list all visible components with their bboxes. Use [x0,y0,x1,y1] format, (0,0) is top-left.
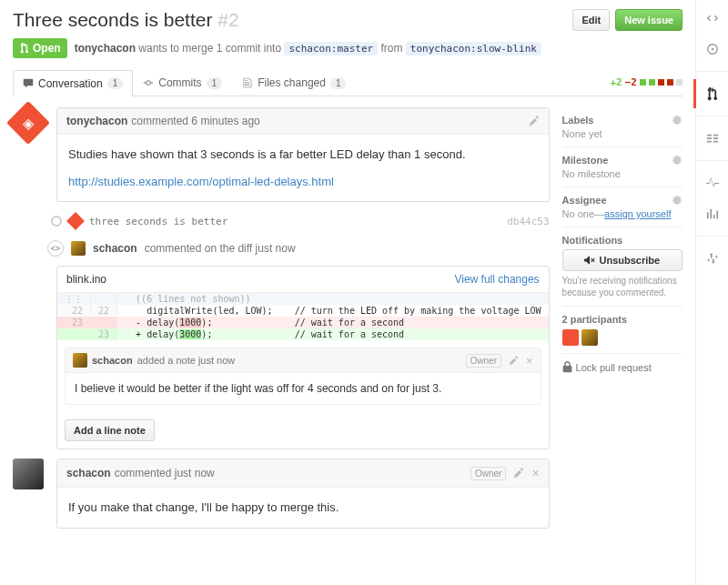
pencil-icon[interactable] [529,116,540,126]
new-issue-button[interactable]: New issue [615,9,682,31]
commit-event: three seconds is better db44c53 [56,211,550,231]
diff-stat: +2 −2 [611,76,683,88]
body-link[interactable]: http://studies.example.com/optimal-led-d… [68,175,334,188]
file-icon [242,77,253,88]
participant-avatar[interactable] [581,329,598,346]
commit-icon [143,77,154,88]
lock-pr-link[interactable]: Lock pull request [562,354,682,373]
base-branch: schacon:master [284,42,378,55]
commit-avatar [66,212,85,230]
pencil-icon[interactable] [509,356,519,366]
code-icon: <> [47,240,64,257]
state-badge: Open [13,38,67,58]
milestone-value: No milestone [562,168,682,179]
avatar [71,241,86,256]
mute-icon [584,255,595,266]
inline-review-note: schacon added a note just now Owner × I … [65,348,541,405]
milestone-heading: Milestone [562,155,682,166]
ribbon-pulse[interactable] [703,174,722,192]
diff-line[interactable]: 23 - delay(1000); // wait for a second [57,317,549,328]
labels-heading: Labels [562,115,682,126]
gear-icon[interactable] [672,195,682,206]
edit-button[interactable]: Edit [572,9,610,31]
reply-comment: schacon commented just now Owner × If yo… [56,459,550,529]
notification-reason: You're receiving notifications because y… [562,275,682,298]
ribbon-issues[interactable] [703,40,722,58]
issue-title: Three seconds is better #2 [13,9,239,31]
lock-icon [562,361,572,373]
participants-heading: 2 participants [562,314,682,325]
diff-box: blink.ino View full changes ⋮⋮ ((6 lines… [56,266,550,449]
close-icon[interactable]: × [531,466,539,480]
owner-badge: Owner [470,467,506,480]
assignee-heading: Assignee [562,195,682,206]
notifications-heading: Notifications [562,235,682,246]
commit-sha[interactable]: db44c53 [507,216,549,227]
unsubscribe-button[interactable]: Unsubscribe [562,249,682,271]
gear-icon[interactable] [672,115,682,126]
pr-meta: Open tonychacon wants to merge 1 commit … [13,38,682,58]
assignee-value: No one—assign yourself [562,208,682,219]
commit-message[interactable]: three seconds is better [89,216,228,227]
close-icon[interactable]: × [526,354,533,368]
ribbon-code[interactable] [703,9,722,27]
tab-files[interactable]: Files changed1 [232,69,356,96]
ribbon-graphs[interactable] [703,205,722,223]
comment-author[interactable]: tonychacon [66,115,127,127]
comment-author[interactable]: schacon [66,467,111,479]
tab-conversation[interactable]: Conversation1 [13,70,133,96]
participant-avatar[interactable] [562,329,579,346]
diff-filename: blink.ino [66,273,106,286]
comment-icon [23,78,34,89]
ribbon-pr[interactable] [703,85,722,103]
head-branch: tonychacon:slow-blink [406,42,541,55]
tab-commits[interactable]: Commits1 [133,69,232,96]
avatar: ◈ [6,101,50,145]
pencil-icon[interactable] [513,468,524,479]
ribbon-settings[interactable] [703,249,722,267]
commit-dot-icon [51,216,62,227]
ribbon-wiki[interactable] [703,129,722,147]
owner-badge: Owner [466,354,501,368]
avatar [13,459,44,489]
gear-icon[interactable] [672,155,682,166]
diff-line[interactable]: 2222 digitalWrite(led, LOW); // turn the… [57,305,549,317]
avatar [73,353,87,368]
diff-line[interactable]: 23 + delay(3000); // wait for a second [57,328,549,340]
pr-icon [19,43,29,54]
labels-value: None yet [562,128,682,139]
add-line-note-button[interactable]: Add a line note [65,419,155,441]
assign-yourself-link[interactable]: assign yourself [604,208,671,219]
view-full-changes-link[interactable]: View full changes [454,273,539,286]
opening-comment: tonychacon commented 6 minutes ago Studi… [56,107,550,202]
event-author[interactable]: schacon [93,242,137,255]
svg-point-1 [711,48,713,51]
